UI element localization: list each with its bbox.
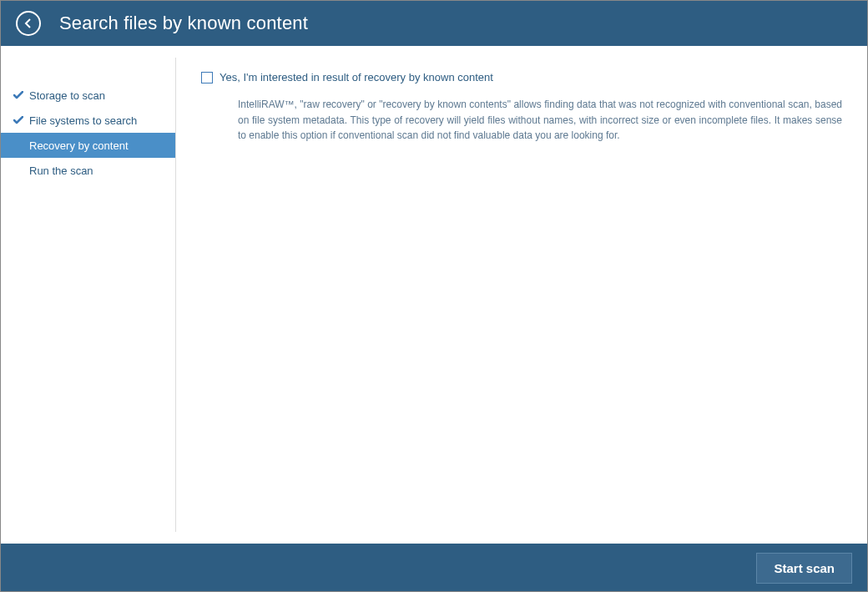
header: Search files by known content (1, 1, 867, 46)
arrow-left-icon (22, 17, 35, 30)
sidebar-item-label: Recovery by content (29, 139, 129, 152)
content: Yes, I'm interested in result of recover… (176, 46, 867, 544)
sidebar-item-recovery[interactable]: Recovery by content (1, 133, 175, 158)
sidebar-item-label: File systems to search (29, 114, 137, 127)
interest-checkbox[interactable] (201, 72, 213, 83)
checkbox-row: Yes, I'm interested in result of recover… (201, 71, 842, 83)
start-scan-button[interactable]: Start scan (756, 553, 852, 584)
sidebar-item-run[interactable]: Run the scan (1, 158, 175, 183)
sidebar: Storage to scan File systems to search R… (1, 58, 176, 532)
footer: Start scan (1, 544, 867, 592)
page-title: Search files by known content (59, 13, 308, 34)
check-icon (13, 114, 24, 126)
sidebar-item-label: Storage to scan (29, 89, 105, 102)
description-text: IntelliRAW™, "raw recovery" or "recovery… (238, 97, 842, 144)
sidebar-item-storage[interactable]: Storage to scan (1, 83, 175, 108)
body: Storage to scan File systems to search R… (1, 46, 867, 544)
sidebar-item-label: Run the scan (29, 164, 93, 177)
sidebar-item-filesystems[interactable]: File systems to search (1, 108, 175, 133)
checkbox-label: Yes, I'm interested in result of recover… (220, 71, 493, 83)
back-button[interactable] (16, 11, 41, 36)
check-icon (13, 89, 24, 101)
